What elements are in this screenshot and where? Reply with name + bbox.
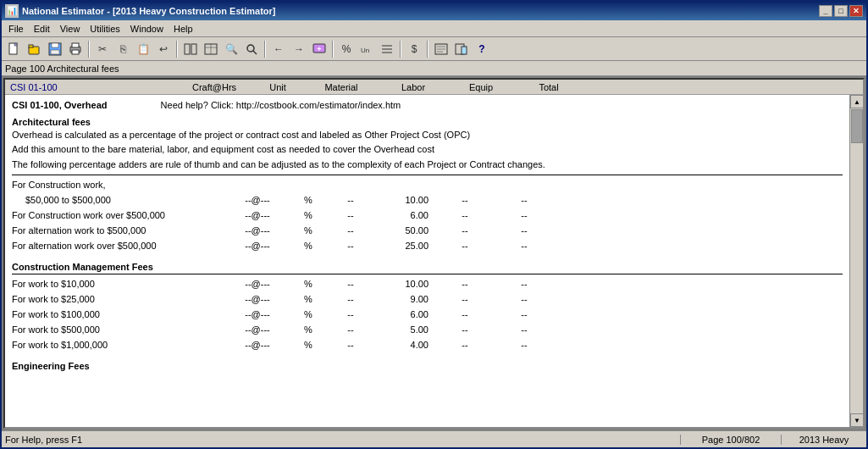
toolbar-separator-5: [400, 41, 401, 58]
scroll-up-button[interactable]: ▲: [850, 95, 863, 108]
table-row: $50,000 to $500,000 --@--- % -- 10.00 --…: [12, 192, 843, 208]
divider-1: [12, 175, 843, 175]
print-button[interactable]: [66, 40, 85, 58]
table-row: For work to $500,000 --@--- % -- 5.00 --…: [12, 322, 843, 337]
title-bar: 📊 National Estimator - [2013 Heavy Const…: [2, 2, 866, 20]
paste-button[interactable]: 📋: [134, 40, 152, 58]
new-file-button[interactable]: [5, 40, 24, 58]
svg-point-14: [247, 45, 254, 52]
menu-bar: File Edit View Utilities Window Help: [2, 20, 866, 37]
para-3: The following percentage adders are rule…: [12, 158, 843, 171]
help-button[interactable]: ?: [473, 40, 491, 58]
section-engineering-fees: Engineering Fees: [12, 361, 843, 371]
row-desc: For alternation work to $500,000: [12, 225, 224, 236]
para-2: Add this amount to the bare material, la…: [12, 143, 843, 156]
main-window: 📊 National Estimator - [2013 Heavy Const…: [0, 0, 868, 449]
report2-button[interactable]: [452, 40, 471, 58]
table-row: For work to $25,000 --@--- % -- 9.00 -- …: [12, 291, 843, 307]
add-item-button[interactable]: +: [310, 40, 329, 58]
col-header-material: Material: [303, 82, 379, 92]
menu-edit[interactable]: Edit: [29, 22, 55, 36]
toolbar: ✂ ⎘ 📋 ↩ 🔍 ← → + % Un $: [2, 37, 866, 61]
menu-file[interactable]: File: [3, 22, 29, 36]
scrollbar-area: [850, 108, 863, 413]
menu-view[interactable]: View: [55, 22, 86, 36]
section-title-arch: Architectural fees: [12, 117, 843, 127]
minimize-button[interactable]: _: [819, 5, 832, 17]
divider-2: [12, 274, 843, 274]
undo-button[interactable]: ↩: [154, 40, 173, 58]
page-status-text: Page 100 Architectural fees: [5, 64, 119, 74]
svg-text:+: +: [317, 45, 321, 53]
page-status-bar: Page 100 Architectural fees: [2, 61, 866, 76]
svg-rect-4: [52, 43, 58, 47]
dollar-button[interactable]: $: [405, 40, 423, 58]
col-header-craft: Craft@Hrs: [176, 82, 252, 92]
table-row: For alternation work to $500,000 --@--- …: [12, 223, 843, 238]
table-row: For Construction work over $500,000 --@-…: [12, 208, 843, 223]
col-header-total: Total: [515, 82, 583, 92]
svg-rect-9: [185, 44, 190, 54]
scrollbar-thumb[interactable]: [851, 109, 863, 143]
window-controls: _ □ ✕: [819, 5, 863, 17]
col-header-unit: Unit: [252, 82, 303, 92]
col-header-csi: CSI 01-100: [7, 82, 176, 92]
row-desc: For Construction work,: [12, 180, 224, 190]
table-row: For work to $10,000 --@--- % -- 10.00 --…: [12, 276, 843, 291]
save-file-button[interactable]: [46, 40, 64, 58]
heading-help: Need help? Click: http://costbook.com/es…: [161, 100, 401, 110]
main-content-area[interactable]: CSI 01-100, Overhead Need help? Click: h…: [5, 95, 849, 427]
row-desc: For alternation work over $500,000: [12, 241, 224, 251]
menu-utilities[interactable]: Utilities: [85, 22, 124, 36]
row-desc: For Construction work over $500,000: [12, 210, 224, 220]
copy-button[interactable]: ⎘: [113, 40, 132, 58]
toolbar-separator-1: [88, 41, 90, 58]
svg-line-15: [253, 51, 257, 54]
section-management-fees: Construction Management Fees For work to…: [12, 262, 843, 352]
svg-rect-8: [72, 50, 79, 54]
status-version: 2013 Heavy: [782, 435, 866, 445]
para-1: Overhead is calculated as a percentage o…: [12, 129, 843, 141]
menu-help[interactable]: Help: [169, 22, 198, 36]
table-row: For Construction work,: [12, 177, 843, 192]
status-page-number: Page 100/802: [680, 435, 782, 445]
section-architectural-fees: Architectural fees Overhead is calculate…: [12, 117, 843, 253]
table-row: For work to $1,000,000 --@--- % -- 4.00 …: [12, 337, 843, 352]
restore-button[interactable]: □: [834, 5, 848, 17]
close-button[interactable]: ✕: [849, 5, 863, 17]
arrow-left-button[interactable]: ←: [269, 40, 288, 58]
row-desc: $50,000 to $500,000: [12, 195, 224, 205]
section-title-eng: Engineering Fees: [12, 361, 843, 371]
toolbar-separator-3: [264, 41, 266, 58]
report1-button[interactable]: [432, 40, 451, 58]
arrow-right-button[interactable]: →: [290, 40, 308, 58]
toolbar-separator-6: [427, 41, 428, 58]
menu-window[interactable]: Window: [125, 22, 169, 36]
svg-text:Un: Un: [361, 47, 369, 54]
svg-rect-5: [51, 50, 59, 54]
table-button[interactable]: [202, 40, 220, 58]
status-bar: For Help, press F1 Page 100/802 2013 Hea…: [2, 430, 866, 447]
heading-csi: CSI 01-100, Overhead: [12, 100, 108, 110]
scroll-down-button[interactable]: ▼: [850, 413, 863, 427]
unit-button[interactable]: Un: [357, 40, 376, 58]
window-title: National Estimator - [2013 Heavy Constru…: [22, 6, 819, 16]
table-row: For alternation work over $500,000 --@--…: [12, 238, 843, 253]
columns-button[interactable]: [181, 40, 200, 58]
toolbar-separator-2: [176, 41, 178, 58]
section-title-mgmt: Construction Management Fees: [12, 262, 843, 272]
section-heading: CSI 01-100, Overhead Need help? Click: h…: [12, 100, 843, 110]
col-header-equip: Equip: [447, 82, 515, 92]
percent-button[interactable]: %: [337, 40, 356, 58]
list-button[interactable]: [378, 40, 396, 58]
column-header-row: CSI 01-100 Craft@Hrs Unit Material Labor…: [5, 80, 863, 95]
find-button[interactable]: [242, 40, 261, 58]
app-icon: 📊: [5, 4, 19, 18]
table-row: For work to $100,000 --@--- % -- 6.00 --…: [12, 307, 843, 322]
search-button[interactable]: 🔍: [222, 40, 240, 58]
svg-rect-7: [72, 43, 79, 47]
cut-button[interactable]: ✂: [93, 40, 112, 58]
col-header-labor: Labor: [379, 82, 447, 92]
svg-rect-2: [29, 45, 33, 47]
open-file-button[interactable]: [25, 40, 44, 58]
